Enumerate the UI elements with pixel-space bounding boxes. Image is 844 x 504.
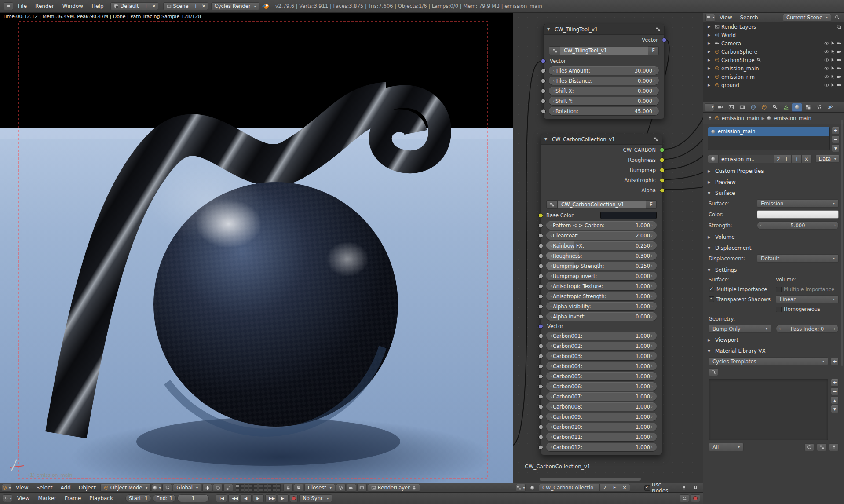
socket-value-input[interactable] xyxy=(538,314,543,319)
mode-dropdown[interactable]: Object Mode xyxy=(100,484,151,492)
selectable-cursor-icon[interactable] xyxy=(830,49,835,54)
outliner-item-emission-main[interactable]: ▶ emission_main xyxy=(703,64,844,73)
library-up-button[interactable]: ▴ xyxy=(831,396,839,404)
hide-eye-icon[interactable] xyxy=(824,41,829,46)
tiles-amount-field[interactable]: Tiles Amount:30.000 xyxy=(549,66,659,75)
socket-value-input[interactable] xyxy=(538,294,543,299)
render-restrict-camera-icon[interactable] xyxy=(837,58,841,62)
add-layout-button[interactable]: + xyxy=(142,2,150,10)
render-layer-dropdown[interactable]: RenderLayer xyxy=(368,484,420,492)
outliner-item-camera[interactable]: ▶ Camera xyxy=(703,39,844,47)
fake-user-button[interactable]: F xyxy=(610,484,620,492)
start-frame-field[interactable]: Start:1 xyxy=(125,494,151,502)
tab-particles[interactable] xyxy=(814,103,824,112)
hide-eye-icon[interactable] xyxy=(824,74,829,79)
outliner-item-renderlayers[interactable]: ▶ RenderLayers xyxy=(703,22,844,31)
outliner-item-ground[interactable]: ▶ ground xyxy=(703,81,844,89)
material-slot-selected[interactable]: emission_main xyxy=(708,127,829,136)
render-restrict-camera-icon[interactable] xyxy=(837,66,841,71)
collapse-triangle-icon[interactable]: ▼ xyxy=(547,27,552,31)
panel-material-library[interactable]: ▼ Material Library VX xyxy=(703,345,844,356)
shift-x-field[interactable]: Shift X:0.000 xyxy=(549,87,659,95)
carbon001-field[interactable]: Carbon001:1.000 xyxy=(546,332,657,340)
node-header[interactable]: ▼ CW_CarbonCollection_v1 xyxy=(541,134,662,145)
render-restrict-camera-icon[interactable] xyxy=(837,83,841,88)
carbon008-field[interactable]: Carbon008:1.000 xyxy=(546,402,657,411)
data-source-dropdown[interactable]: Data xyxy=(815,155,840,163)
socket-value-input[interactable] xyxy=(538,354,543,358)
alpha-invert-field[interactable]: Alpha invert:0.000 xyxy=(546,312,657,321)
multiple-importance-checkbox[interactable] xyxy=(709,287,714,292)
selectable-cursor-icon[interactable] xyxy=(830,58,835,62)
carbon002-field[interactable]: Carbon002:1.000 xyxy=(546,342,657,350)
render-opengl-icon[interactable] xyxy=(347,484,356,492)
end-frame-field[interactable]: End:1 xyxy=(153,494,176,502)
editor-type-node-icon[interactable] xyxy=(516,484,526,492)
users-count-button[interactable]: 2 xyxy=(774,155,783,163)
library-down-button[interactable]: ▾ xyxy=(831,405,839,413)
bumpmap-strength-field[interactable]: Bumpmap Strength:0.250 xyxy=(546,262,657,270)
selectable-cursor-icon[interactable] xyxy=(830,66,835,71)
fake-user-button[interactable]: F xyxy=(646,200,657,209)
roughness-field[interactable]: Roughness:0.300 xyxy=(546,252,657,260)
transparent-shadows-checkbox[interactable] xyxy=(709,296,714,302)
outliner-item-emission-rim[interactable]: ▶ emission_rim xyxy=(703,73,844,81)
anisotropic-texture-field[interactable]: Anisotropic Texture:1.000 xyxy=(546,282,657,290)
next-keyframe-button[interactable]: ▶▶ xyxy=(265,494,276,502)
socket-value-input[interactable] xyxy=(538,394,543,399)
carbon004-field[interactable]: Carbon004:1.000 xyxy=(546,362,657,370)
keying-set-icon[interactable] xyxy=(680,494,689,502)
panel-preview[interactable]: ▶ Preview xyxy=(703,176,844,187)
socket-value-input[interactable] xyxy=(538,243,543,248)
socket-value-input[interactable] xyxy=(541,68,546,73)
use-nodes-checkbox[interactable] xyxy=(644,485,650,491)
bumpmap-invert-field[interactable]: Bumpmap invert:0.000 xyxy=(546,272,657,280)
carbon007-field[interactable]: Carbon007:1.000 xyxy=(546,392,657,401)
vp-menu-add[interactable]: Add xyxy=(57,485,74,491)
selectable-cursor-icon[interactable] xyxy=(830,83,835,88)
outliner-item-carbonsphere[interactable]: ▶ CarbonSphere xyxy=(703,47,844,56)
panel-settings[interactable]: ▼ Settings xyxy=(703,264,844,275)
snap-magnet-icon[interactable] xyxy=(294,484,303,492)
tab-object-data[interactable] xyxy=(781,103,791,112)
snap-target-icon[interactable] xyxy=(336,484,346,492)
carbon003-field[interactable]: Carbon003:1.000 xyxy=(546,352,657,360)
transform-orientation-dropdown[interactable]: Global xyxy=(173,484,201,492)
node-carbon-collection[interactable]: ▼ CW_CarbonCollection_v1 CW_CARBON Rough… xyxy=(541,134,662,455)
properties-scrollbar[interactable] xyxy=(841,120,843,366)
strength-slider[interactable]: 5.000 xyxy=(757,221,839,230)
viewport-shading-dropdown[interactable] xyxy=(152,484,161,492)
socket-vector-input[interactable] xyxy=(541,58,546,63)
vp-menu-object[interactable]: Object xyxy=(75,485,99,491)
editor-type-timeline-icon[interactable] xyxy=(3,494,12,502)
socket-value-input[interactable] xyxy=(538,384,543,389)
menu-file[interactable]: File xyxy=(15,3,30,9)
node-group-name-field[interactable]: CW_TilingTool_v1 xyxy=(560,46,648,55)
socket-anisotrophic-output[interactable] xyxy=(660,178,665,183)
socket-value-input[interactable] xyxy=(538,223,543,228)
pass-index-field[interactable]: Pass Index: 0 xyxy=(776,325,839,333)
carbon010-field[interactable]: Carbon010:1.000 xyxy=(546,423,657,431)
render-restrict-camera-icon[interactable] xyxy=(837,41,841,46)
multiple-importance-volume-checkbox[interactable] xyxy=(776,287,782,292)
slot-specials-button[interactable]: ▾ xyxy=(832,144,840,152)
library-material-list[interactable] xyxy=(709,379,828,440)
record-button[interactable] xyxy=(290,494,298,502)
socket-value-input[interactable] xyxy=(538,404,543,409)
socket-value-input[interactable] xyxy=(538,253,543,258)
node-group-name-field[interactable]: CW_CarbonCollection_v1 xyxy=(558,200,646,209)
remove-slot-button[interactable]: − xyxy=(832,135,840,143)
pivot-center-icon[interactable] xyxy=(162,484,172,492)
lock-to-scene-icon[interactable] xyxy=(283,484,293,492)
node-editor-hscrollbar[interactable] xyxy=(540,478,641,481)
menu-render[interactable]: Render xyxy=(32,3,58,9)
library-add-button[interactable]: + xyxy=(831,379,839,387)
tl-menu-view[interactable]: View xyxy=(14,495,33,501)
library-template-dropdown[interactable]: Cycles Templates xyxy=(709,357,828,365)
socket-value-input[interactable] xyxy=(541,78,546,83)
breadcrumb-object[interactable]: emission_main xyxy=(722,115,759,121)
carbon009-field[interactable]: Carbon009:1.000 xyxy=(546,413,657,421)
fake-user-button[interactable]: F xyxy=(648,46,659,55)
hide-eye-icon[interactable] xyxy=(824,58,829,62)
library-search-icon[interactable] xyxy=(709,368,718,376)
